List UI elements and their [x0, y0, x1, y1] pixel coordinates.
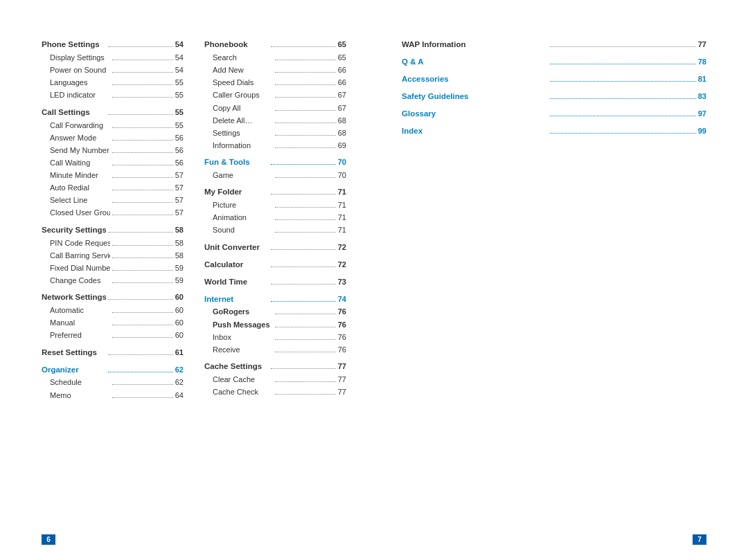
toc-header: Phonebook65 [204, 38, 346, 51]
toc-header: Reset Settings61 [42, 346, 184, 359]
right-page: WAP Information77Q & A78Accessories81Saf… [374, 0, 748, 560]
toc-item: Preferred60 [42, 329, 184, 341]
toc-header: Security Settings58 [42, 224, 184, 237]
toc-header: Q & A78 [402, 55, 706, 69]
toc-header: My Folder71 [204, 186, 346, 199]
toc-header: Accessories81 [402, 73, 706, 86]
toc-item: LED indicator55 [42, 89, 184, 101]
toc-header: Fun & Tools70 [204, 156, 346, 169]
toc-item: Caller Groups67 [204, 89, 346, 101]
left-col2: Phonebook65Search65Add New66Speed Dials6… [204, 38, 346, 532]
toc-item: Power on Sound54 [42, 64, 184, 76]
toc-item: Call Waiting56 [42, 156, 184, 169]
toc-item: Copy All67 [204, 102, 346, 114]
toc-item: Speed Dials66 [204, 76, 346, 89]
page-number-right: 7 [693, 534, 706, 545]
toc-header: Phone Settings54 [42, 38, 184, 51]
toc-item: Select Line57 [42, 194, 184, 206]
toc-header: Internet74 [204, 293, 346, 306]
toc-item: Memo64 [42, 389, 184, 401]
right-col1: WAP Information77Q & A78Accessories81Saf… [402, 38, 706, 142]
toc-item: Add New66 [204, 64, 346, 76]
left-page: Phone Settings54Display Settings54Power … [0, 0, 374, 560]
toc-item: Sound71 [204, 224, 346, 236]
toc-item: Information69 [204, 139, 346, 152]
toc-header: Call Settings55 [42, 106, 184, 119]
toc-item: Change Codes59 [42, 274, 184, 287]
toc-item: PIN Code Request58 [42, 237, 184, 249]
toc-item: Cache Check77 [204, 386, 346, 398]
toc-item: Closed User Group57 [42, 206, 184, 219]
toc-header: Cache Settings77 [204, 360, 346, 373]
toc-item: Schedule62 [42, 376, 184, 388]
toc-item: Answer Mode56 [42, 132, 184, 144]
toc-item: Manual60 [42, 316, 184, 329]
toc-item: Push Messages76 [204, 318, 346, 331]
toc-header: WAP Information77 [402, 38, 706, 51]
toc-item: Clear Cache77 [204, 373, 346, 386]
left-toc-columns: Phone Settings54Display Settings54Power … [42, 38, 346, 532]
toc-header: Unit Converter72 [204, 241, 346, 254]
toc-item: Auto Redial57 [42, 181, 184, 194]
toc-header: Index99 [402, 125, 706, 138]
page-number-left: 6 [42, 534, 55, 545]
toc-header: Calculator72 [204, 258, 346, 271]
toc-item: Receive76 [204, 343, 346, 356]
toc-item: GoRogers76 [204, 305, 346, 318]
toc-item: Delete All…68 [204, 114, 346, 127]
toc-item: Inbox76 [204, 331, 346, 343]
toc-item: Minute Minder57 [42, 169, 184, 181]
toc-item: Picture71 [204, 199, 346, 211]
toc-header: World Time73 [204, 276, 346, 289]
toc-item: Automatic60 [42, 304, 184, 316]
toc-item: Display Settings54 [42, 51, 184, 64]
toc-item: Animation71 [204, 211, 346, 224]
toc-item: Call Barring Service58 [42, 249, 184, 262]
toc-header: Safety Guidelines83 [402, 90, 706, 103]
toc-item: Game70 [204, 169, 346, 181]
toc-item: Search65 [204, 51, 346, 64]
toc-header: Organizer62 [42, 363, 184, 377]
toc-header: Glossary97 [402, 107, 706, 120]
toc-item: Send My Number56 [42, 144, 184, 156]
toc-item: Fixed Dial Number (FDN)59 [42, 262, 184, 274]
toc-item: Call Forwarding55 [42, 119, 184, 132]
left-col1: Phone Settings54Display Settings54Power … [42, 38, 184, 532]
toc-item: Settings68 [204, 127, 346, 139]
toc-item: Languages55 [42, 76, 184, 89]
toc-header: Network Settings60 [42, 291, 184, 304]
